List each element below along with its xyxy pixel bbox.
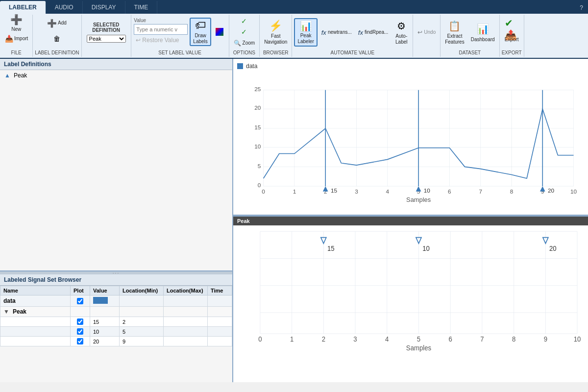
val2-checkbox[interactable] xyxy=(77,328,83,335)
col-value: Value xyxy=(90,286,120,295)
svg-text:10: 10 xyxy=(574,335,581,343)
svg-text:4: 4 xyxy=(386,188,390,195)
label-definitions-panel: Label Definitions ▲ Peak xyxy=(0,59,232,271)
peak-panel-content[interactable]: .grid-line2 { stroke: #dde4ec; stroke-wi… xyxy=(233,225,588,372)
data-time-cell xyxy=(208,295,232,307)
dashboard-button[interactable]: 📊 Dashboard xyxy=(468,18,497,47)
data-plot-checkbox[interactable] xyxy=(77,298,83,304)
table-row: ▼ Peak xyxy=(0,307,232,317)
table-row: data xyxy=(0,295,232,307)
label-def-peak[interactable]: ▲ Peak xyxy=(0,70,232,81)
val3-value-cell: 20 xyxy=(90,337,120,346)
ribbon-group-automate: 📊 Peak Labeler fx newtrans... fx findRpe… xyxy=(292,15,413,57)
value-input[interactable] xyxy=(134,24,188,35)
table-row: 20 9 xyxy=(0,337,232,346)
newtrans-button[interactable]: fx newtrans... xyxy=(319,25,354,39)
findRpeak-button[interactable]: fx findRpea... xyxy=(356,25,391,39)
col-locmax: Location(Max) xyxy=(164,286,208,295)
delete-button[interactable]: 🗑 xyxy=(45,32,69,46)
tab-display[interactable]: DISPLAY xyxy=(83,1,125,14)
ribbon: ➕ New 📥 Import FILE ➕ Add xyxy=(0,14,588,59)
left-panel: Label Definitions ▲ Peak Labeled Signal … xyxy=(0,59,233,382)
svg-text:10: 10 xyxy=(422,244,430,252)
fast-nav-label: Fast Navigation xyxy=(264,33,287,45)
auto-label-button[interactable]: ⚙ Auto- Label xyxy=(392,18,411,47)
svg-text:Samples: Samples xyxy=(406,196,431,203)
peak-labeler-button[interactable]: 📊 Peak Labeler xyxy=(294,18,317,47)
help-button[interactable]: ? xyxy=(575,2,588,14)
import-button[interactable]: 📥 Import xyxy=(2,31,30,46)
svg-text:20: 20 xyxy=(254,104,261,111)
svg-text:10: 10 xyxy=(424,187,431,194)
extract-label: Extract Features xyxy=(445,33,464,45)
browser-header: Labeled Signal Set Browser xyxy=(0,274,232,286)
ribbon-group-selected-def: SELECTED DEFINITION Peak x xyxy=(82,15,131,57)
zoom-label: Zoom xyxy=(243,40,255,46)
ribbon-group-file: ➕ New 📥 Import FILE xyxy=(0,15,33,57)
tab-time[interactable]: TIME xyxy=(125,1,158,14)
undo-label: Undo xyxy=(424,29,436,35)
svg-text:20: 20 xyxy=(549,244,557,252)
table-row: 10 5 xyxy=(0,327,232,337)
col-time: Time xyxy=(208,286,232,295)
svg-text:15: 15 xyxy=(254,124,261,131)
findRpeak-label: findRpea... xyxy=(365,29,388,35)
fast-nav-icon: ⚡ xyxy=(269,20,283,32)
export-group-label: EXPORT xyxy=(502,49,522,56)
newtrans-label: newtrans... xyxy=(328,29,352,35)
svg-text:5: 5 xyxy=(417,335,421,343)
draw-labels-button[interactable]: 🏷 Draw Labels xyxy=(190,18,211,46)
val3-locmax-cell xyxy=(164,337,208,346)
ribbon-group-set-label: Value ↩ Restore Value 🏷 Draw Labels xyxy=(131,15,229,57)
val3-checkbox[interactable] xyxy=(77,338,83,344)
svg-text:10: 10 xyxy=(254,143,261,150)
tab-labeler[interactable]: LABELER xyxy=(0,1,46,14)
svg-text:2: 2 xyxy=(322,335,326,343)
svg-text:4: 4 xyxy=(385,335,389,343)
export-button[interactable]: ✔📤 Export xyxy=(502,18,521,47)
undo-button[interactable]: ↩ Undo xyxy=(415,25,438,39)
top-chart-svg[interactable]: .grid-line { stroke: #dde4ec; stroke-wid… xyxy=(237,71,584,207)
peak-group-locmin-cell xyxy=(120,307,164,317)
svg-text:8: 8 xyxy=(510,188,514,195)
auto-label-label: Auto- Label xyxy=(395,33,407,45)
new-button[interactable]: ➕ New xyxy=(2,16,30,30)
color-button[interactable] xyxy=(213,25,226,39)
data-value-cell xyxy=(90,295,120,307)
svg-text:15: 15 xyxy=(327,244,335,252)
val3-name-cell xyxy=(0,337,71,346)
label-def-group-label: LABEL DEFINITION xyxy=(35,49,79,56)
svg-text:5: 5 xyxy=(258,163,261,170)
top-chart-legend: data xyxy=(237,63,584,70)
ribbon-group-dataset: 📋 Extract Features 📊 Dashboard DATASET xyxy=(441,15,499,57)
restore-label: Restore Value xyxy=(142,37,179,44)
options-check2[interactable]: ✓ xyxy=(231,27,258,36)
draw-labels-icon: 🏷 xyxy=(194,19,207,32)
val3-plot-cell xyxy=(71,337,90,346)
extract-features-button[interactable]: 📋 Extract Features xyxy=(442,18,466,47)
undo-icon: ↩ xyxy=(417,29,422,36)
data-locmin-cell xyxy=(120,295,164,307)
peak-group-plot-cell xyxy=(71,307,90,317)
fast-navigation-button[interactable]: ⚡ Fast Navigation xyxy=(262,18,290,47)
right-panel: data .grid-line { stroke: #dde4ec; strok… xyxy=(233,59,588,382)
val1-checkbox[interactable] xyxy=(77,318,83,325)
dashboard-label: Dashboard xyxy=(471,37,495,43)
val2-value-cell: 10 xyxy=(90,327,120,337)
svg-text:3: 3 xyxy=(355,188,358,195)
tab-audio[interactable]: AUDIO xyxy=(46,1,83,14)
selected-def-dropdown[interactable]: Peak xyxy=(87,35,126,43)
data-locmax-cell xyxy=(164,295,208,307)
zoom-button[interactable]: 🔍 Zoom xyxy=(231,38,258,48)
ribbon-group-export: ✔📤 Export EXPORT xyxy=(500,15,524,57)
ribbon-group-undo: ↩ Undo x xyxy=(413,15,441,57)
peak-group-locmax-cell xyxy=(164,307,208,317)
add-button[interactable]: ➕ Add xyxy=(45,16,69,30)
ribbon-group-browser: ⚡ Fast Navigation BROWSER xyxy=(260,15,292,57)
val1-locmin-cell: 2 xyxy=(120,317,164,327)
options-check1[interactable]: ✓ xyxy=(231,17,258,25)
peak-label: Peak xyxy=(14,72,27,79)
table-row: 15 2 xyxy=(0,317,232,327)
delete-icon: 🗑 xyxy=(52,34,61,43)
selected-definition-label: SELECTED DEFINITION Peak xyxy=(84,17,129,48)
